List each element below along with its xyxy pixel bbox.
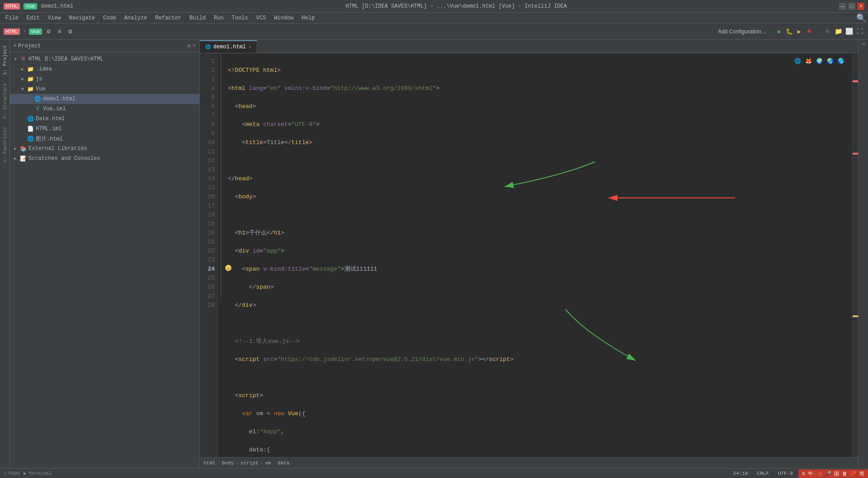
maximize-button[interactable]: □: [848, 3, 855, 10]
config-icon[interactable]: ⚙: [66, 27, 75, 36]
menu-refactor[interactable]: Refactor: [151, 14, 185, 22]
run-with-coverage-icon[interactable]: ▶: [795, 27, 804, 36]
tree-item-demo1[interactable]: 🌐 demo1.html: [10, 94, 199, 104]
tree-label-demo1: demo1.html: [43, 96, 75, 102]
safari-icon[interactable]: 🌎: [836, 57, 845, 66]
stop-icon[interactable]: ■: [805, 27, 814, 36]
tree-label-html-root: HTML D:\IDEA SAVES\HTML: [28, 56, 104, 62]
error-marker-2: [853, 153, 858, 155]
breadcrumb-vm[interactable]: vm: [265, 460, 271, 466]
run-icon[interactable]: ▶: [775, 27, 784, 36]
menu-bar: File Edit View Navigate Code Analyze Ref…: [0, 13, 868, 23]
menu-vcs[interactable]: VCS: [253, 14, 270, 22]
code-line-3: <head>: [228, 102, 852, 111]
breadcrumb-html[interactable]: html: [203, 460, 215, 466]
menu-edit[interactable]: Edit: [23, 14, 43, 22]
status-encoding[interactable]: UTF-8: [775, 471, 796, 476]
toolbar-breadcrumb: HTML › Vue: [4, 28, 42, 35]
sidebar-item-structure[interactable]: 2: Structure: [1, 80, 9, 122]
minimize-button[interactable]: ─: [839, 3, 846, 10]
status-bar: ☑ TODO ▶ Terminal 24:10 CRLF UTF-8 4 spa…: [0, 468, 868, 478]
title-bar: HTML Vue demo1.html HTML [D:\IDEA SAVES\…: [0, 0, 868, 13]
ime-indicator: S 中· ◌ 🎤 国 🗑 📌 简: [802, 470, 864, 477]
tree-item-datehtml[interactable]: 🌐 Date.html: [10, 114, 199, 124]
menu-navigate[interactable]: Navigate: [65, 14, 99, 22]
tree-label-vueiml: Vue.iml: [43, 106, 66, 112]
status-crlf[interactable]: CRLF: [754, 471, 771, 476]
code-editor[interactable]: 1 2 3 4 5 6 7 8 9 10 11 12 13 14 15 16 1…: [200, 53, 858, 457]
menu-analyze[interactable]: Analyze: [121, 14, 151, 22]
tree-item-html-root[interactable]: ▼ H HTML D:\IDEA SAVES\HTML: [10, 54, 199, 64]
code-line-13: </span>: [228, 283, 852, 292]
tree-item-vueiml[interactable]: V Vue.iml: [10, 104, 199, 114]
terminal-icon[interactable]: ⬜: [844, 27, 854, 36]
todo-tab[interactable]: ☑ TODO: [4, 470, 20, 476]
tree-item-htmliml[interactable]: 📄 HTML.iml: [10, 124, 199, 134]
tree-item-imghtml[interactable]: 🌐 图片.html: [10, 134, 199, 144]
tree-item-vue[interactable]: ▼ 📁 Vue: [10, 84, 199, 94]
right-panel-toggle[interactable]: ≡: [859, 42, 867, 47]
close-button[interactable]: ✕: [857, 3, 864, 10]
fullscreen-icon[interactable]: ⛶: [855, 27, 864, 36]
menu-file[interactable]: File: [2, 14, 22, 22]
tb-html-badge: HTML: [4, 28, 20, 35]
title-vue-badge: Vue: [24, 3, 37, 9]
menu-window[interactable]: Window: [270, 14, 297, 22]
settings-gear-icon[interactable]: ⚙: [44, 27, 53, 36]
expand-arrow-vue: ▼: [19, 87, 26, 92]
code-line-16: <!--1.导入vue.js-->: [228, 337, 852, 346]
firefox-icon[interactable]: 🦊: [804, 57, 813, 66]
project-header-icons: ⚙ ≡: [188, 42, 196, 49]
tab-close-button[interactable]: ✕: [249, 44, 251, 50]
menu-help[interactable]: Help: [298, 14, 318, 22]
lightbulb-icon[interactable]: 💡: [225, 265, 231, 271]
git-icon[interactable]: ⑃: [823, 27, 832, 36]
datehtml-file-icon: 🌐: [26, 115, 34, 123]
breadcrumb-script[interactable]: script: [241, 460, 259, 466]
code-line-22: data:{: [228, 445, 852, 455]
title-bar-right[interactable]: ─ □ ✕: [839, 3, 864, 10]
title-bar-left: HTML Vue demo1.html: [4, 3, 73, 9]
htmliml-file-icon: 📄: [26, 125, 34, 133]
tree-item-scratches[interactable]: ▶ 📝 Scratches and Consoles: [10, 154, 199, 164]
project-settings-icon[interactable]: ⚙: [188, 42, 191, 49]
sidebar-item-favorites[interactable]: 1: Favorites: [1, 123, 9, 166]
menu-view[interactable]: View: [44, 14, 65, 22]
tree-item-ext-libs[interactable]: ▶ 📚 External Libraries: [10, 144, 199, 154]
bc-sep-2: ›: [236, 460, 239, 466]
edge-icon[interactable]: 🌏: [826, 57, 835, 66]
menu-code[interactable]: Code: [99, 14, 120, 22]
chrome-icon[interactable]: 🌐: [793, 57, 802, 66]
idea-folder-icon: 📁: [26, 65, 34, 73]
tab-demo1html[interactable]: 🌐 demo1.html ✕: [200, 40, 257, 53]
status-line-col[interactable]: 24:10: [730, 471, 750, 476]
tree-label-imghtml: 图片.html: [36, 135, 63, 143]
filter-icon[interactable]: ≡: [55, 27, 64, 36]
expand-arrow-extlibs: ▶: [12, 146, 19, 151]
imghtml-file-icon: 🌐: [26, 135, 34, 143]
run-icons-group: ▶ 🐛 ▶ ■: [775, 27, 814, 36]
sidebar-item-project[interactable]: 1: Project: [1, 42, 9, 79]
code-line-8: <body>: [228, 192, 852, 202]
code-line-21: el:"#app",: [228, 427, 852, 436]
tree-label-ext-libs: External Libraries: [28, 145, 87, 152]
menu-tools[interactable]: Tools: [228, 14, 252, 22]
breadcrumb-body[interactable]: body: [222, 460, 234, 466]
project-collapse-icon[interactable]: ▼: [14, 43, 16, 48]
terminal-tab[interactable]: ▶ Terminal: [24, 470, 52, 476]
debug-icon[interactable]: 🐛: [785, 27, 794, 36]
menu-build[interactable]: Build: [186, 14, 209, 22]
tree-item-idea[interactable]: ▶ 📁 .idea: [10, 64, 199, 74]
project-menu-icon[interactable]: ≡: [193, 42, 196, 49]
open-folder-icon[interactable]: 📁: [834, 27, 843, 36]
expand-arrow-js: ▶: [19, 76, 26, 82]
menu-run[interactable]: Run: [210, 14, 227, 22]
breadcrumb-bar: html › body › script › vm › data: [200, 457, 858, 468]
code-content[interactable]: <!DOCTYPE html> <html lang="en" xmlns:v-…: [224, 53, 852, 457]
project-header: ▼ Project ⚙ ≡: [10, 40, 199, 52]
ie-icon[interactable]: 🌍: [815, 57, 824, 66]
tree-item-js[interactable]: ▶ 📁 js: [10, 74, 199, 84]
search-everywhere-icon[interactable]: 🔍: [856, 13, 866, 23]
add-configuration-button[interactable]: Add Configuration…: [715, 28, 769, 36]
breadcrumb-data[interactable]: data: [278, 460, 289, 466]
